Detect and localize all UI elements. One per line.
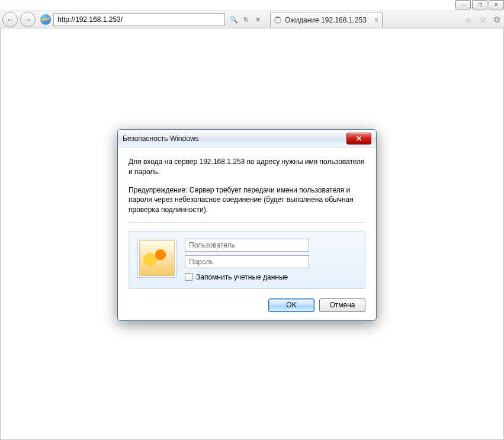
divider	[129, 222, 365, 223]
tab-label: Ожидание 192.168.1.253	[285, 16, 367, 24]
refresh-icon[interactable]: ↻	[242, 16, 250, 24]
tab-close-icon[interactable]: ×	[374, 16, 378, 24]
minimize-button[interactable]: —	[455, 0, 471, 9]
address-bar[interactable]: http://192.168.1.253/	[53, 13, 225, 26]
cancel-button[interactable]: Отмена	[319, 298, 365, 312]
auth-dialog: Безопасность Windows ✕ Для входа на серв…	[117, 129, 377, 321]
address-controls: 🔍 ↻ ✕	[230, 16, 262, 24]
settings-icon[interactable]: ⚙	[492, 15, 502, 24]
credentials-fields: Запомнить учетные данные	[185, 239, 357, 281]
remember-row[interactable]: Запомнить учетные данные	[185, 273, 357, 281]
browser-tools: ⌂ ☆ ⚙	[464, 15, 502, 24]
dialog-close-button[interactable]: ✕	[346, 133, 371, 144]
avatar-image	[139, 240, 175, 276]
ie-logo-icon	[40, 14, 51, 25]
dialog-buttons: OK Отмена	[129, 298, 365, 312]
password-input[interactable]	[185, 255, 309, 268]
tab-bar: Ожидание 192.168.1.253 ×	[270, 12, 383, 27]
back-button[interactable]: ←	[2, 12, 18, 27]
search-icon[interactable]: 🔍	[230, 16, 238, 24]
breadcrumb-ghost: · · · · · ·	[5, 1, 28, 8]
credentials-panel: Запомнить учетные данные	[129, 231, 365, 289]
username-input[interactable]	[185, 239, 309, 252]
ok-button[interactable]: OK	[268, 298, 314, 312]
window-close-button[interactable]: ✕	[489, 0, 504, 9]
dialog-body: Для входа на сервер 192.168.1.253 по адр…	[118, 147, 376, 320]
dialog-message-2: Предупреждение: Сервер требует передачи …	[129, 185, 365, 215]
remember-checkbox[interactable]	[185, 273, 192, 281]
dialog-title: Безопасность Windows	[123, 134, 199, 143]
stop-icon[interactable]: ✕	[253, 16, 262, 24]
favorites-icon[interactable]: ☆	[478, 15, 487, 24]
forward-button[interactable]: →	[20, 12, 36, 27]
window-controls: — ❐ ✕	[455, 0, 504, 11]
home-icon[interactable]: ⌂	[464, 15, 473, 24]
dialog-message-1: Для входа на сервер 192.168.1.253 по адр…	[129, 157, 365, 177]
maximize-button[interactable]: ❐	[472, 0, 487, 9]
remember-label: Запомнить учетные данные	[196, 273, 288, 281]
dialog-titlebar[interactable]: Безопасность Windows ✕	[118, 130, 376, 147]
loading-spinner-icon	[274, 17, 281, 24]
browser-toolbar: ← → http://192.168.1.253/ 🔍 ↻ ✕ Ожидание…	[0, 11, 504, 28]
browser-tab[interactable]: Ожидание 192.168.1.253 ×	[270, 12, 383, 27]
user-avatar	[137, 239, 176, 278]
